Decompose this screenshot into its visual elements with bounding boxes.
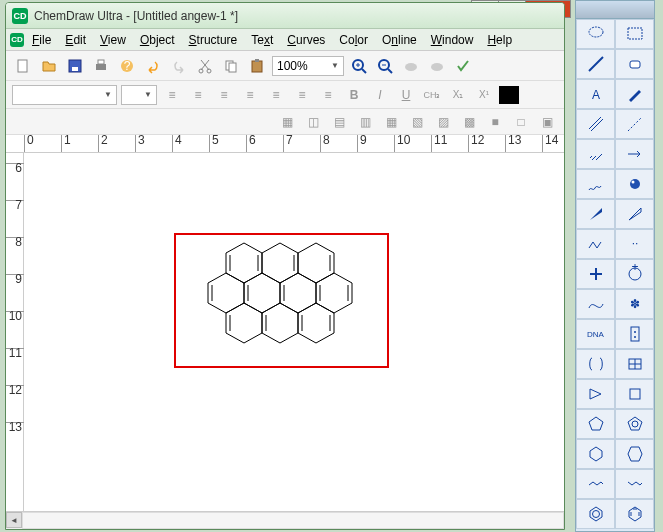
copy-button[interactable]: [220, 55, 242, 77]
arrow-tool[interactable]: [615, 139, 654, 169]
save-button[interactable]: [64, 55, 86, 77]
zoom-in-button[interactable]: [348, 55, 370, 77]
menu-curves[interactable]: Curves: [281, 31, 331, 49]
svg-text:··: ··: [631, 236, 638, 250]
scroll-track[interactable]: [22, 512, 564, 529]
align-right-button[interactable]: ≡: [213, 84, 235, 106]
bracket-tool[interactable]: [576, 349, 615, 379]
wavy-bond-tool[interactable]: [576, 169, 615, 199]
pentagon-tool[interactable]: [576, 409, 615, 439]
tool-c[interactable]: ▤: [328, 111, 350, 133]
square-tool[interactable]: [615, 379, 654, 409]
menu-file[interactable]: File: [26, 31, 57, 49]
tool-b[interactable]: ◫: [302, 111, 324, 133]
lasso-tool[interactable]: [576, 19, 615, 49]
multi-bond-tool[interactable]: [576, 109, 615, 139]
align-justify-button[interactable]: ≡: [239, 84, 261, 106]
tool-h[interactable]: ▩: [458, 111, 480, 133]
menu-color[interactable]: Color: [333, 31, 374, 49]
tool-k[interactable]: ▣: [536, 111, 558, 133]
svg-marker-26: [244, 273, 280, 313]
pen-tool[interactable]: [615, 79, 654, 109]
tool-a[interactable]: ▦: [276, 111, 298, 133]
align-bottom-button[interactable]: ≡: [317, 84, 339, 106]
acyclic-tool[interactable]: [576, 229, 615, 259]
menu-window[interactable]: Window: [425, 31, 480, 49]
hexagon-vert-tool[interactable]: [615, 439, 654, 469]
ruler-horizontal: 0 1 2 3 4 5 6 7 8 9 10 11 12 13 14: [6, 135, 564, 153]
scroll-left-button[interactable]: ◄: [6, 512, 22, 528]
menu-structure[interactable]: Structure: [183, 31, 244, 49]
print-button[interactable]: [90, 55, 112, 77]
svg-point-20: [405, 63, 417, 71]
check-button[interactable]: [452, 55, 474, 77]
menu-view[interactable]: View: [94, 31, 132, 49]
underline-button[interactable]: U: [395, 84, 417, 106]
orbital-tool[interactable]: [615, 169, 654, 199]
formula-button[interactable]: CH₃: [421, 84, 443, 106]
wedge-tool[interactable]: [576, 199, 615, 229]
palette-titlebar[interactable]: [576, 1, 654, 19]
table-tool[interactable]: [615, 349, 654, 379]
cut-button[interactable]: [194, 55, 216, 77]
dna-tool[interactable]: DNA: [576, 319, 615, 349]
tlc-tool[interactable]: [615, 319, 654, 349]
marquee-tool[interactable]: [615, 19, 654, 49]
tool-e[interactable]: ▦: [380, 111, 402, 133]
electron-tool[interactable]: ··: [615, 229, 654, 259]
align-top-button[interactable]: ≡: [265, 84, 287, 106]
help-button[interactable]: ?: [116, 55, 138, 77]
hash-bond-tool[interactable]: [576, 139, 615, 169]
tool-i[interactable]: ■: [484, 111, 506, 133]
new-button[interactable]: [12, 55, 34, 77]
undo-button[interactable]: [142, 55, 164, 77]
align-middle-button[interactable]: ≡: [291, 84, 313, 106]
plus-tool[interactable]: [576, 259, 615, 289]
zoom-out-button[interactable]: [374, 55, 396, 77]
chemical-symbol-tool[interactable]: +: [615, 259, 654, 289]
menu-text[interactable]: Text: [245, 31, 279, 49]
tool-j[interactable]: □: [510, 111, 532, 133]
chair-tool[interactable]: [576, 469, 615, 499]
color-swatch[interactable]: [499, 86, 519, 104]
bold-button[interactable]: B: [343, 84, 365, 106]
triangle-tool[interactable]: [576, 379, 615, 409]
curve-tool[interactable]: [576, 289, 615, 319]
hollow-wedge-tool[interactable]: [615, 199, 654, 229]
eraser-tool[interactable]: [615, 49, 654, 79]
benzene-tool[interactable]: [576, 499, 615, 529]
cyclopentadiene-tool[interactable]: [615, 409, 654, 439]
selection-rect[interactable]: [174, 233, 389, 368]
cloud1-button[interactable]: [400, 55, 422, 77]
dashed-bond-tool[interactable]: [615, 109, 654, 139]
chair2-tool[interactable]: [615, 469, 654, 499]
menu-online[interactable]: Online: [376, 31, 423, 49]
menu-edit[interactable]: Edit: [59, 31, 92, 49]
superscript-button[interactable]: X¹: [473, 84, 495, 106]
redo-button[interactable]: [168, 55, 190, 77]
hexagon-tool[interactable]: [576, 439, 615, 469]
zoom-select[interactable]: 100%▼: [272, 56, 344, 76]
paste-button[interactable]: [246, 55, 268, 77]
bond-tool[interactable]: [576, 49, 615, 79]
subscript-button[interactable]: X₁: [447, 84, 469, 106]
tool-g[interactable]: ▨: [432, 111, 454, 133]
asterisk-tool[interactable]: ✽: [615, 289, 654, 319]
benzene-alt-tool[interactable]: [615, 499, 654, 529]
text-tool[interactable]: A: [576, 79, 615, 109]
canvas[interactable]: [24, 153, 564, 511]
tool-d[interactable]: ▥: [354, 111, 376, 133]
align-center-button[interactable]: ≡: [187, 84, 209, 106]
menu-help[interactable]: Help: [481, 31, 518, 49]
align-left-button[interactable]: ≡: [161, 84, 183, 106]
cloud2-button[interactable]: [426, 55, 448, 77]
open-button[interactable]: [38, 55, 60, 77]
ruler-tick: 6: [6, 163, 24, 173]
font-select[interactable]: ▼: [12, 85, 117, 105]
size-select[interactable]: ▼: [121, 85, 157, 105]
tool-palette[interactable]: A ·· + ✽ DNA: [575, 0, 655, 532]
italic-button[interactable]: I: [369, 84, 391, 106]
tool-f[interactable]: ▧: [406, 111, 428, 133]
ruler-tick: 7: [283, 135, 293, 153]
menu-object[interactable]: Object: [134, 31, 181, 49]
